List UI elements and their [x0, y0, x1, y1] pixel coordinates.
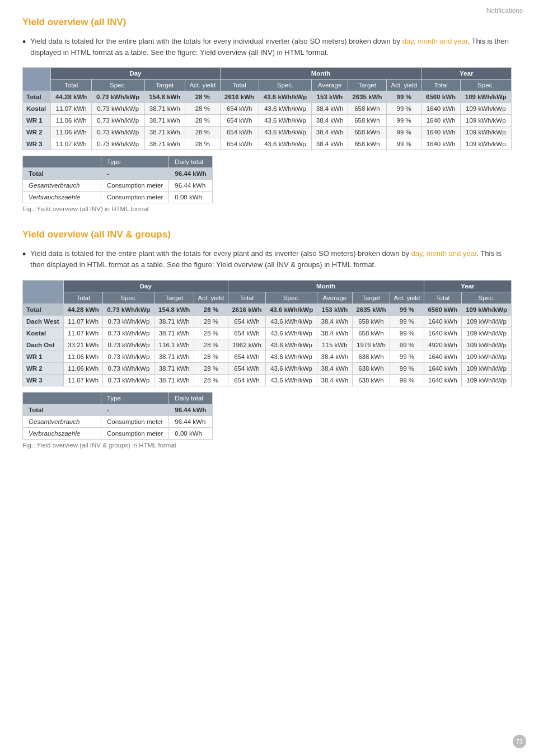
table-row: 154.8 kWh: [144, 91, 185, 103]
table-row: 654 kWh: [220, 115, 259, 127]
table-row: 28 %: [194, 362, 228, 374]
small-table-row: 96.44 kWh: [169, 416, 212, 427]
table-row: 109 kWh/kWp: [460, 138, 511, 150]
col2-day-actyield: Act. yield: [194, 292, 228, 304]
table-row: 99 %: [390, 327, 424, 339]
table-row: 109 kWh/kWp: [462, 315, 512, 327]
small-table-row: Consumption meter: [101, 416, 169, 427]
table-row: 638 kWh: [352, 351, 390, 362]
col-day-actyield: Act. yield: [185, 80, 220, 91]
table-row: 0.73 kWh/kWp: [91, 103, 144, 115]
table-row: 99 %: [390, 339, 424, 351]
table-row: 38.71 kWh: [154, 327, 194, 339]
table-row: 28 %: [185, 91, 220, 103]
table-row: 38.4 kWh: [312, 138, 348, 150]
table-row: 658 kWh: [352, 315, 390, 327]
table-row: 38.71 kWh: [144, 127, 185, 138]
small-table-row: -: [101, 404, 169, 416]
table-row: 1640 kWh: [424, 327, 461, 339]
col-day-total: Total: [51, 80, 92, 91]
table-row: 0.73 kWh/kWp: [103, 327, 154, 339]
small-col-daily-2: Daily total: [169, 392, 212, 404]
table-row: 43.6 kWh/kWp: [259, 91, 312, 103]
table-row: 1640 kWh: [421, 103, 460, 115]
table-row: 658 kWh: [348, 115, 386, 127]
table-row: 109 kWh/kWp: [460, 127, 511, 138]
small-table-row: 96.44 kWh: [169, 404, 212, 416]
table-row: 38.4 kWh: [317, 351, 353, 362]
table-row: 38.4 kWh: [317, 315, 353, 327]
table-row: 0.73 kWh/kWp: [103, 339, 154, 351]
table-row: 99 %: [386, 115, 421, 127]
table-row: WR 1: [23, 115, 51, 127]
table-row: 28 %: [194, 315, 228, 327]
table-row: 38.71 kWh: [154, 374, 194, 386]
small-table-row: Consumption meter: [101, 427, 169, 439]
table-row: 4920 kWh: [424, 339, 461, 351]
table-row: 99 %: [390, 304, 424, 315]
table-row: 658 kWh: [348, 103, 386, 115]
table-row: 1640 kWh: [421, 127, 460, 138]
table-row: WR 2: [23, 362, 64, 374]
table-row: 28 %: [185, 127, 220, 138]
day-group-header: Day: [51, 68, 220, 80]
table-row: 109 kWh/kWp: [462, 374, 512, 386]
col-mon-actyield: Act. yield: [386, 80, 421, 91]
table-row: Total: [23, 304, 64, 315]
table-row: 38.4 kWh: [312, 127, 348, 138]
table-row: 43.6 kWh/kWp: [266, 374, 317, 386]
small-table-row: Verbrauchszaehle: [23, 192, 101, 203]
table-row: 654 kWh: [220, 103, 259, 115]
table-row: 109 kWh/kWp: [462, 327, 512, 339]
top-label: Notifications: [486, 7, 523, 15]
table-row: 2635 kWh: [348, 91, 386, 103]
table-row: 0.73 kWh/kWp: [103, 304, 154, 315]
table-row: Dach Ost: [23, 339, 64, 351]
table-row: 638 kWh: [352, 362, 390, 374]
table-row: 654 kWh: [228, 351, 265, 362]
table-row: 28 %: [194, 304, 228, 315]
col-day-target: Target: [144, 80, 185, 91]
day-group-header-2: Day: [63, 280, 228, 292]
small-table-1: Type Daily total Total-96.44 kWhGesamtve…: [22, 156, 213, 203]
table-row: 115 kWh: [317, 339, 353, 351]
section2-bullet-text: Yield data is totaled for the entire pla…: [30, 248, 512, 270]
section2-highlight: day, month and year: [411, 249, 477, 258]
table-row: 28 %: [185, 138, 220, 150]
table-row: 11.06 kWh: [63, 362, 103, 374]
table-row: 638 kWh: [352, 374, 390, 386]
table-row: 38.4 kWh: [312, 103, 348, 115]
table-row: WR 3: [23, 374, 64, 386]
table-row: 28 %: [194, 374, 228, 386]
table-row: 109 kWh/kWp: [460, 115, 511, 127]
table-row: 43.6 kWh/kWp: [266, 304, 317, 315]
small-table-row: 96.44 kWh: [169, 168, 212, 180]
table-row: 11.07 kWh: [63, 374, 103, 386]
small-table-row: Gesamtverbrauch: [23, 416, 101, 427]
table-row: 38.71 kWh: [154, 362, 194, 374]
table-row: 11.06 kWh: [51, 127, 92, 138]
col2-mon-spec: Spec.: [266, 292, 317, 304]
table-row: 109 kWh/kWp: [462, 351, 512, 362]
table-row: 43.6 kWh/kWp: [266, 315, 317, 327]
col-yr-spec: Spec.: [460, 80, 511, 91]
table-row: 1640 kWh: [421, 115, 460, 127]
table-row: 43.6 kWh/kWp: [259, 138, 312, 150]
table-row: 38.4 kWh: [317, 362, 353, 374]
table-row: 153 kWh: [317, 304, 353, 315]
table-row: 38.71 kWh: [144, 103, 185, 115]
small-col-type-1: Type: [101, 156, 169, 168]
bullet-icon-2: •: [22, 248, 26, 261]
table-row: 0.73 kWh/kWp: [103, 374, 154, 386]
table-row: 0.73 kWh/kWp: [103, 315, 154, 327]
col2-day-spec: Spec.: [103, 292, 154, 304]
table-row: 1962 kWh: [228, 339, 265, 351]
table-row: 11.06 kWh: [63, 351, 103, 362]
table-row: 658 kWh: [348, 127, 386, 138]
table-row: 154.8 kWh: [154, 304, 194, 315]
col-yr-total: Total: [421, 80, 460, 91]
small-col-type-2: Type: [101, 392, 169, 404]
table-row: 38.71 kWh: [144, 115, 185, 127]
month-group-header-2: Month: [228, 280, 424, 292]
fig-caption-1: Fig.: Yield overview (all INV) in HTML f…: [22, 206, 512, 212]
